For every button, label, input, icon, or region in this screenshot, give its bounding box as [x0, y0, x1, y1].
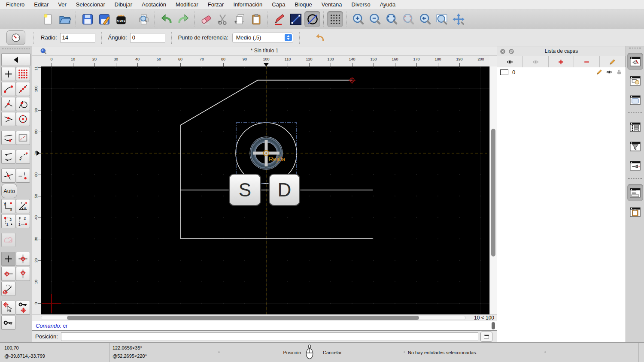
zoom-window-button[interactable] [434, 11, 450, 27]
document-titlebar[interactable]: * Sin título 1 [32, 46, 497, 56]
hide-all-layers-button[interactable] [523, 56, 549, 67]
delete-entities-button[interactable] [198, 11, 214, 27]
menu-acotacion[interactable]: Acotación [137, 0, 171, 9]
print-preview-button[interactable] [136, 11, 152, 27]
snap-auto-button[interactable]: Auto [1, 184, 17, 198]
undo-button[interactable] [158, 11, 174, 27]
draw-ellipse-button[interactable] [304, 11, 320, 27]
command-scrollbar[interactable] [492, 322, 495, 329]
position-panel-button[interactable] [480, 332, 492, 342]
dock-drag-handle[interactable] [629, 48, 641, 50]
paste-button[interactable] [248, 11, 264, 27]
layer-visibility[interactable] [606, 69, 613, 75]
layer-lock[interactable] [616, 69, 623, 75]
menu-forzar[interactable]: Forzar [203, 0, 229, 9]
show-all-layers-button[interactable] [497, 56, 523, 67]
copy-button[interactable] [231, 11, 247, 27]
corner-point-1-button[interactable]: 12 [1, 214, 15, 228]
command-line[interactable]: Comando: cr [32, 321, 497, 331]
snap-on-entity-button[interactable] [16, 82, 30, 96]
zoom-in-button[interactable] [350, 11, 366, 27]
dock-selection-filter-button[interactable] [627, 138, 643, 155]
dock-pen-palette-button[interactable] [627, 157, 643, 174]
set-relative-zero-button[interactable] [1, 301, 15, 315]
add-layer-button[interactable] [549, 56, 574, 67]
dock-clipboard-button[interactable] [627, 203, 643, 220]
menu-ver[interactable]: Ver [53, 0, 71, 9]
canvas-button-d[interactable]: D [269, 174, 300, 206]
edit-pen-button[interactable] [271, 11, 287, 27]
position-input[interactable] [61, 332, 478, 341]
snap-angle-meter-button[interactable] [1, 282, 15, 296]
menu-bloque[interactable]: Bloque [290, 0, 316, 9]
save-button[interactable] [79, 11, 95, 27]
snap-endpoints-button[interactable] [1, 82, 15, 96]
menu-diverso[interactable]: Diverso [347, 0, 375, 9]
palette-drag-handle[interactable] [2, 48, 30, 51]
remove-layer-button[interactable] [574, 56, 600, 67]
corner-point-2-button[interactable]: 12 [16, 214, 30, 228]
vertical-scroll-thumb[interactable] [491, 129, 495, 256]
menu-modificar[interactable]: Modificar [171, 0, 203, 9]
snap-distance-manual-button[interactable]: 12 [16, 150, 30, 164]
float-panel-icon[interactable] [508, 48, 514, 54]
zoom-previous-button[interactable] [417, 11, 433, 27]
snap-back-button[interactable] [1, 53, 30, 66]
export-svg-button[interactable]: SVG [113, 11, 129, 27]
menu-informacion[interactable]: Información [228, 0, 267, 9]
snap-tangent-button[interactable] [16, 97, 30, 111]
open-file-button[interactable] [57, 11, 73, 27]
dock-property-editor-button[interactable] [627, 118, 643, 136]
menu-dibujar[interactable]: Dibujar [110, 0, 137, 9]
snap-boundingbox-button[interactable] [16, 131, 30, 145]
close-icon[interactable] [500, 48, 506, 54]
relative-zero-button[interactable] [1, 316, 15, 330]
dock-command-line-button[interactable] [627, 184, 643, 201]
redo-button[interactable] [175, 11, 191, 27]
menu-editar[interactable]: Editar [29, 0, 53, 9]
zoom-out-button[interactable] [367, 11, 383, 27]
menu-ventana[interactable]: Ventana [317, 0, 347, 9]
draw-line-button[interactable] [288, 11, 304, 27]
new-file-button[interactable] [40, 11, 56, 27]
restrict-nothing-button[interactable] [1, 252, 15, 266]
snap-middle-button[interactable] [1, 112, 15, 126]
coordinate-cartesian-button[interactable]: yx [1, 199, 15, 213]
canvas-button-s[interactable]: S [229, 174, 261, 206]
menu-seleccionar[interactable]: Seleccionar [71, 0, 110, 9]
angle-input[interactable] [130, 33, 165, 42]
coordinate-polar-button[interactable]: ra [16, 199, 30, 213]
layer-row[interactable]: 0 [497, 67, 626, 77]
reference-point-select[interactable]: Medio (,5) [232, 33, 293, 43]
canvas-vertical-scrollbar[interactable] [489, 66, 497, 314]
snap-perpendicular-button[interactable] [1, 97, 15, 111]
lock-relative-zero-button[interactable] [16, 301, 30, 315]
snap-restriction-button[interactable] [1, 150, 15, 164]
snap-distance-button[interactable] [1, 131, 15, 145]
restrict-horizontal-button[interactable] [1, 267, 15, 281]
dock-block-list-button[interactable] [627, 72, 643, 89]
layer-edit[interactable] [596, 69, 603, 75]
snap-intersection-button[interactable] [1, 169, 15, 183]
restrict-orthogonal-button[interactable] [16, 252, 30, 266]
restrict-vertical-button[interactable] [16, 267, 30, 281]
menu-fichero[interactable]: Fichero [1, 0, 29, 9]
menu-ayuda[interactable]: Ayuda [375, 0, 401, 9]
dock-library-browser-button[interactable] [627, 91, 643, 109]
dock-layer-list-button[interactable] [627, 53, 643, 70]
grid-toggle-button[interactable] [327, 11, 343, 27]
save-as-button[interactable] [96, 11, 112, 27]
zoom-auto-button[interactable] [383, 11, 399, 27]
snap-free-button[interactable] [1, 67, 15, 81]
reset-tool-button[interactable] [312, 31, 328, 45]
radius-input[interactable] [60, 33, 95, 42]
drawing-canvas[interactable]: Rejilla SD [41, 66, 489, 314]
pan-button[interactable] [450, 11, 466, 27]
snap-center-button[interactable] [16, 112, 30, 126]
cut-button[interactable] [215, 11, 231, 27]
circle-radius-tool-button[interactable] [6, 30, 25, 45]
horizontal-scroll-thumb[interactable] [67, 316, 419, 320]
snap-grid-button[interactable] [16, 67, 30, 81]
snap-intersection-manual-button[interactable]: ! [16, 169, 30, 183]
edit-layer-button[interactable] [600, 56, 626, 67]
